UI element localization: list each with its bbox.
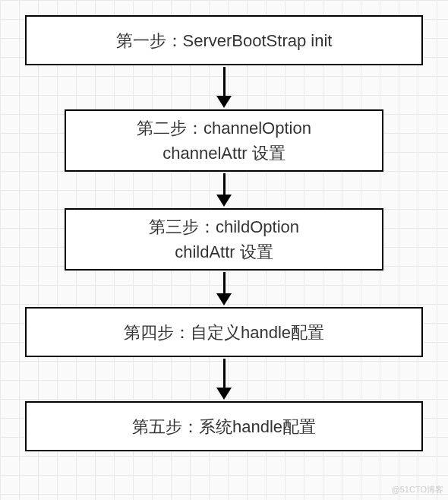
flowchart-arrow-1 [216,67,232,108]
arrow-down-icon [216,293,232,305]
arrow-line [223,272,226,293]
flowchart-container: 第一步：ServerBootStrap init 第二步：channelOpti… [0,0,448,451]
flowchart-step-1-text: 第一步：ServerBootStrap init [116,28,333,53]
flowchart-step-4-text: 第四步：自定义handle配置 [124,320,324,345]
flowchart-step-2: 第二步：channelOption channelAttr 设置 [65,109,383,172]
flowchart-arrow-3 [216,272,232,305]
watermark-text: @51CTO博客 [392,484,443,495]
flowchart-step-5-text: 第五步：系统handle配置 [132,414,316,439]
arrow-line [223,359,226,388]
flowchart-step-1: 第一步：ServerBootStrap init [25,15,423,65]
flowchart-step-3-text-line1: 第三步：childOption [149,214,299,239]
arrow-line [223,173,226,195]
arrow-down-icon [216,96,232,108]
flowchart-arrow-2 [216,173,232,207]
flowchart-step-3-text-line2: childAttr 设置 [175,239,273,264]
arrow-down-icon [216,195,232,207]
flowchart-step-2-text-line2: channelAttr 设置 [162,141,285,166]
flowchart-step-3: 第三步：childOption childAttr 设置 [65,208,383,271]
flowchart-step-4: 第四步：自定义handle配置 [25,307,423,357]
flowchart-step-5: 第五步：系统handle配置 [25,401,423,451]
arrow-line [223,67,226,96]
arrow-down-icon [216,388,232,400]
flowchart-step-2-text-line1: 第二步：channelOption [137,116,311,141]
flowchart-arrow-4 [216,359,232,400]
